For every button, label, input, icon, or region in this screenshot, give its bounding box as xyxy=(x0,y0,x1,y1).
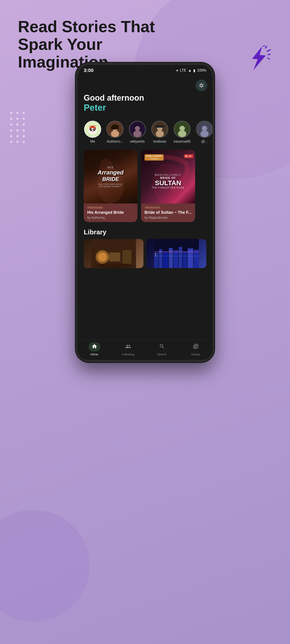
nav-home-wrap xyxy=(89,342,100,351)
story-item-more[interactable]: @... xyxy=(196,121,213,144)
battery-label: 100% xyxy=(197,68,206,72)
network-label: LTE xyxy=(180,68,186,72)
story-avatar-more xyxy=(196,121,213,138)
nav-search-wrap xyxy=(156,342,168,351)
settings-button[interactable] xyxy=(196,80,207,91)
arranged-bride-title-overlay: HIS Arranged BRIDE WILL YOU MIND BEING M… xyxy=(95,164,126,190)
price-badge: Rs. 5/- xyxy=(184,154,193,158)
library-icon xyxy=(193,344,199,350)
svg-point-43 xyxy=(96,264,132,268)
nav-item-library[interactable]: Library xyxy=(179,342,213,356)
svg-line-4 xyxy=(267,58,270,59)
early-access-badge: EARLY ACCESS Completed xyxy=(145,154,164,160)
story-label-wittywrits: wittywrits xyxy=(130,140,145,144)
svg-rect-50 xyxy=(179,247,182,268)
svg-rect-53 xyxy=(194,250,199,268)
story-item-iraverse66[interactable]: iraverse66 xyxy=(173,121,191,144)
sultan-subtitle: THE FORGOTTEN ROSE xyxy=(152,186,184,189)
greeting-section: Good afternoon Peter xyxy=(77,75,213,117)
story-item-wittywrits[interactable]: wittywrits xyxy=(128,121,146,144)
svg-rect-51 xyxy=(183,251,187,268)
nav-library-wrap xyxy=(190,342,202,351)
svg-rect-58 xyxy=(160,251,161,252)
sultan-author: by Magicallovely xyxy=(145,216,192,219)
nav-search-label: Search xyxy=(157,353,166,356)
arranged-bride-author: by Authorroy_ xyxy=(87,216,134,219)
book-card-sultan[interactable]: EARLY ACCESS Completed Rs. 5/- MAGICALLO… xyxy=(141,150,195,222)
book-card-arranged-bride[interactable]: HIS Arranged BRIDE WILL YOU MIND BEING M… xyxy=(84,150,137,222)
gear-icon xyxy=(199,83,204,88)
lightning-icon xyxy=(244,44,271,77)
camera-notch xyxy=(143,68,147,72)
svg-line-2 xyxy=(268,54,270,55)
svg-point-40 xyxy=(98,252,107,262)
signal-icon: ▲ xyxy=(188,68,192,72)
story-item-authorroy[interactable]: Authorro... xyxy=(106,121,124,144)
sultan-trending-label: TRENDING xyxy=(145,206,192,209)
svg-line-1 xyxy=(267,50,270,52)
story-label-iraverse66: iraverse66 xyxy=(174,140,191,144)
library-section: Library xyxy=(77,225,213,270)
sultan-title: SULTAN xyxy=(155,180,181,186)
story-avatar-iraverse66 xyxy=(174,121,191,138)
story-label-more: @... xyxy=(201,140,208,144)
story-item-lostlixee[interactable]: lostlixee xyxy=(151,121,169,144)
svg-rect-47 xyxy=(163,251,168,268)
battery-icon: ▮ xyxy=(193,68,195,73)
library-card-2[interactable] xyxy=(147,239,206,268)
stories-row: Me Authorro... xyxy=(77,117,213,147)
story-avatar-wittywrits xyxy=(129,121,146,138)
arranged-bride-trending-label: TRENDING xyxy=(87,206,134,209)
greeting-text: Good afternoon xyxy=(84,93,206,103)
story-label-me: Me xyxy=(90,140,95,144)
svg-point-31 xyxy=(178,130,186,137)
svg-point-27 xyxy=(156,130,164,137)
svg-rect-61 xyxy=(170,252,170,252)
bg-circle-small xyxy=(0,510,90,622)
status-time: 3:00 xyxy=(84,68,94,73)
svg-line-3 xyxy=(265,46,267,48)
svg-point-24 xyxy=(133,130,142,137)
book-cover-sultan: EARLY ACCESS Completed Rs. 5/- MAGICALLO… xyxy=(141,150,195,204)
trending-section: HIS Arranged BRIDE WILL YOU MIND BEING M… xyxy=(77,147,213,225)
svg-rect-59 xyxy=(160,253,161,253)
svg-point-14 xyxy=(92,131,94,132)
wifi-icon: ▾ xyxy=(176,68,178,73)
svg-rect-48 xyxy=(169,248,173,268)
nav-item-following[interactable]: Following xyxy=(111,342,145,356)
svg-rect-54 xyxy=(154,251,199,252)
svg-rect-42 xyxy=(123,250,132,264)
svg-rect-55 xyxy=(154,256,199,256)
svg-point-23 xyxy=(135,126,140,131)
svg-rect-60 xyxy=(170,250,170,251)
svg-point-30 xyxy=(179,126,185,131)
svg-rect-56 xyxy=(155,254,156,254)
library-grid xyxy=(84,239,206,268)
nav-item-home[interactable]: Home xyxy=(77,342,111,356)
search-icon xyxy=(159,344,165,350)
story-avatar-lostlixee xyxy=(151,121,168,138)
svg-rect-57 xyxy=(155,255,156,256)
story-item-me[interactable]: Me xyxy=(84,121,102,144)
sultan-info: TRENDING Bride of Sultan ~ The F... by M… xyxy=(141,204,195,222)
svg-point-21 xyxy=(111,130,119,137)
svg-rect-45 xyxy=(154,252,159,268)
svg-rect-49 xyxy=(173,250,178,268)
following-icon xyxy=(125,344,131,350)
nav-home-label: Home xyxy=(90,353,98,356)
svg-point-33 xyxy=(202,126,207,131)
greeting-name: Peter xyxy=(84,103,206,113)
story-label-lostlixee: lostlixee xyxy=(153,140,166,144)
arranged-bride-name: His Arranged Bride xyxy=(87,210,134,215)
status-bar: 3:00 ▾ LTE ▲ ▮ 100% xyxy=(77,64,213,75)
phone-content: Good afternoon Peter xyxy=(77,75,213,360)
svg-point-13 xyxy=(94,129,95,130)
bottom-nav: Home Following xyxy=(77,340,213,360)
library-card-1[interactable] xyxy=(84,239,143,268)
home-icon xyxy=(92,344,97,350)
status-icons: ▾ LTE ▲ ▮ 100% xyxy=(176,68,206,73)
svg-rect-28 xyxy=(156,125,164,128)
nav-library-label: Library xyxy=(191,353,200,356)
nav-item-search[interactable]: Search xyxy=(145,342,179,356)
svg-rect-41 xyxy=(109,252,120,262)
